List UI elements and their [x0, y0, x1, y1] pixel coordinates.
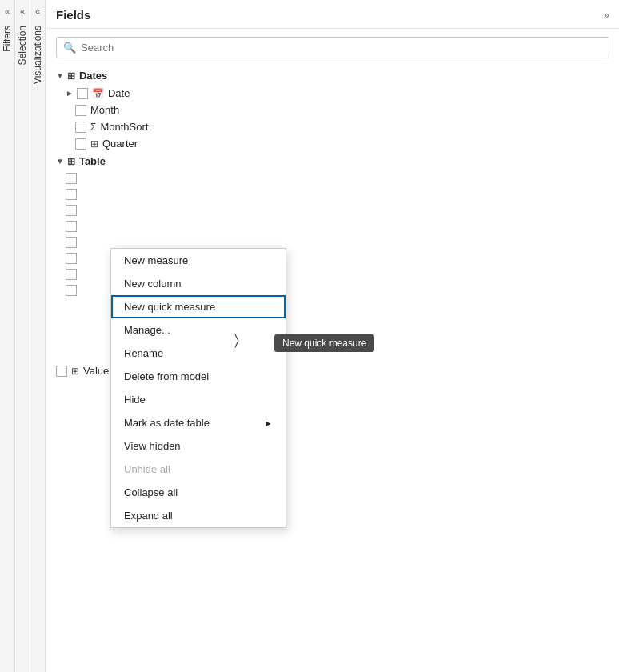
quarter-label: Quarter: [102, 138, 138, 150]
table-group-label: Table: [79, 155, 106, 167]
table-group-header[interactable]: ▼ ⊞ Table: [46, 152, 619, 170]
context-hide[interactable]: Hide: [111, 388, 286, 411]
visualizations-tab-col: « Visualizations: [30, 0, 46, 672]
date-calendar-icon: 📅: [92, 88, 104, 99]
context-rename[interactable]: Rename: [111, 342, 286, 365]
manage-label: Manage...: [124, 324, 170, 336]
visualizations-tab-label[interactable]: Visualizations: [32, 19, 43, 90]
new-column-label: New column: [124, 278, 182, 290]
hide-label: Hide: [124, 394, 146, 406]
month-item[interactable]: Month: [46, 102, 619, 118]
table-row-2[interactable]: [46, 186, 619, 202]
row4-checkbox[interactable]: [66, 221, 77, 232]
new-measure-label: New measure: [124, 254, 188, 266]
context-new-column[interactable]: New column: [111, 272, 286, 295]
context-mark-as-date-table[interactable]: Mark as date table ►: [111, 411, 286, 434]
date-item[interactable]: ► 📅 Date: [46, 85, 619, 102]
view-hidden-label: View hidden: [124, 440, 181, 452]
table-row-4[interactable]: [46, 218, 619, 234]
selection-tab-label[interactable]: Selection: [17, 19, 28, 71]
search-icon: 🔍: [63, 42, 76, 54]
delete-from-model-label: Delete from model: [124, 370, 209, 382]
row7-checkbox[interactable]: [66, 269, 77, 280]
table-row-3[interactable]: [46, 202, 619, 218]
row2-checkbox[interactable]: [66, 189, 77, 200]
dates-chevron: ▼: [56, 71, 64, 80]
row5-checkbox[interactable]: [66, 237, 77, 248]
row3-checkbox[interactable]: [66, 205, 77, 216]
row1-checkbox[interactable]: [66, 173, 77, 184]
month-label: Month: [90, 104, 119, 116]
table-row-1[interactable]: [46, 170, 619, 186]
date-checkbox[interactable]: [77, 88, 88, 99]
monthsort-label: MonthSort: [100, 121, 148, 133]
context-unhide-all: Unhide all: [111, 458, 286, 481]
monthsort-checkbox[interactable]: [75, 122, 86, 133]
monthsort-sum-icon: Σ: [90, 122, 96, 133]
selection-collapse-icon[interactable]: «: [20, 0, 25, 19]
row6-checkbox[interactable]: [66, 253, 77, 264]
table-table-icon: ⊞: [67, 156, 75, 167]
quarter-checkbox[interactable]: [75, 138, 86, 150]
expand-all-label: Expand all: [124, 510, 173, 522]
month-checkbox[interactable]: [75, 105, 86, 116]
fields-expand-icon[interactable]: »: [604, 9, 609, 21]
fields-header: Fields »: [46, 0, 619, 29]
dates-table-icon: ⊞: [67, 70, 75, 82]
context-new-measure[interactable]: New measure: [111, 249, 286, 272]
context-menu: New measure New column New quick measure…: [110, 248, 286, 528]
quarter-item[interactable]: ⊞ Quarter: [46, 135, 619, 152]
date-expand-chevron: ►: [66, 89, 74, 98]
visualizations-collapse-icon[interactable]: «: [35, 0, 40, 19]
value-running-checkbox[interactable]: [56, 366, 67, 377]
new-quick-measure-label: New quick measure: [124, 301, 215, 313]
date-item-label: Date: [108, 87, 130, 99]
search-input[interactable]: [81, 42, 602, 54]
left-sidebar: « Filters « Selection « Visualizations: [0, 0, 46, 672]
rename-label: Rename: [124, 347, 163, 359]
context-manage[interactable]: Manage...: [111, 318, 286, 342]
mark-as-date-table-label: Mark as date table: [124, 417, 210, 429]
selection-tab-col: « Selection: [15, 0, 30, 672]
context-expand-all[interactable]: Expand all: [111, 504, 286, 527]
context-collapse-all[interactable]: Collapse all: [111, 481, 286, 504]
table-chevron: ▼: [56, 157, 64, 166]
search-box[interactable]: 🔍: [56, 37, 609, 58]
fields-title: Fields: [56, 8, 90, 22]
filters-collapse-icon[interactable]: «: [5, 0, 10, 19]
dates-group-label: Dates: [79, 70, 107, 82]
quarter-table-icon: ⊞: [90, 138, 98, 150]
fields-panel: Fields » 🔍 ▼ ⊞ Dates ► 📅 Date Month Σ: [46, 0, 619, 672]
monthsort-item[interactable]: Σ MonthSort: [46, 118, 619, 135]
dates-group-header[interactable]: ▼ ⊞ Dates: [46, 66, 619, 85]
collapse-all-label: Collapse all: [124, 486, 178, 498]
filters-tab-label[interactable]: Filters: [2, 19, 13, 58]
filters-tab-col: « Filters: [0, 0, 15, 672]
context-new-quick-measure[interactable]: New quick measure: [111, 295, 286, 318]
mark-as-date-table-chevron: ►: [264, 418, 273, 428]
unhide-all-label: Unhide all: [124, 463, 170, 475]
context-view-hidden[interactable]: View hidden: [111, 434, 286, 458]
row8-checkbox[interactable]: [66, 285, 77, 296]
value-running-table-icon: ⊞: [71, 366, 79, 377]
context-delete-from-model[interactable]: Delete from model: [111, 365, 286, 388]
